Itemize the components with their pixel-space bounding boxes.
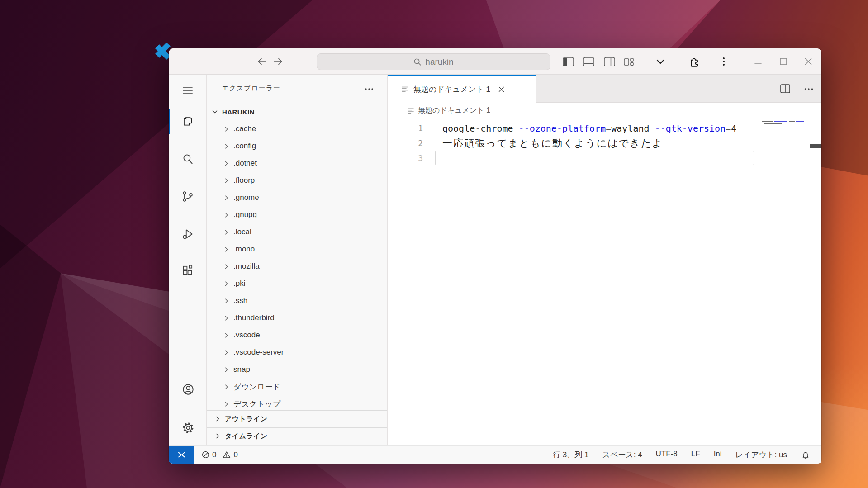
folder-label: .gnome bbox=[233, 193, 259, 202]
folder-item[interactable]: .floorp bbox=[207, 172, 387, 189]
folder-item[interactable]: snap bbox=[207, 361, 387, 378]
chevron-right-icon bbox=[223, 384, 229, 390]
editor-actions bbox=[779, 82, 815, 95]
editor-code-area[interactable]: 1google-chrome --ozone-platform=wayland … bbox=[388, 118, 821, 445]
command-center-search[interactable]: harukin bbox=[317, 53, 550, 70]
workspace-root-label: HARUKIN bbox=[222, 108, 255, 116]
folder-item[interactable]: .local bbox=[207, 223, 387, 241]
status-item[interactable]: スペース: 4 bbox=[602, 450, 642, 460]
chevron-right-icon bbox=[223, 264, 229, 270]
active-view-indicator bbox=[169, 109, 170, 134]
outline-section[interactable]: アウトライン bbox=[207, 410, 387, 427]
navigate-forward-icon[interactable] bbox=[272, 56, 284, 67]
close-button[interactable] bbox=[802, 55, 815, 68]
search-view-icon[interactable] bbox=[181, 153, 194, 166]
remote-indicator[interactable] bbox=[169, 446, 194, 464]
code-line[interactable]: 3 bbox=[388, 151, 759, 166]
toggle-primary-sidebar-icon[interactable] bbox=[562, 55, 574, 68]
chevron-right-icon bbox=[223, 246, 229, 252]
status-item[interactable]: LF bbox=[691, 450, 700, 460]
line-number: 2 bbox=[388, 138, 423, 148]
activity-bar bbox=[169, 75, 207, 445]
folder-item[interactable]: .dotnet bbox=[207, 155, 387, 172]
extensions-view-icon[interactable] bbox=[181, 264, 194, 277]
sidebar-title: エクスプローラー bbox=[222, 84, 280, 93]
errors-count: 0 bbox=[212, 450, 216, 460]
customize-layout-icon[interactable] bbox=[622, 55, 635, 68]
minimap-line bbox=[764, 123, 782, 124]
editor-group: 無題のドキュメント 1 bbox=[388, 75, 821, 445]
folder-item[interactable]: .mono bbox=[207, 241, 387, 258]
outline-section-label: アウトライン bbox=[225, 415, 268, 423]
tab-close-icon[interactable] bbox=[497, 84, 507, 94]
maximize-button[interactable] bbox=[777, 55, 790, 68]
run-and-debug-icon[interactable] bbox=[181, 228, 194, 241]
status-item[interactable]: Ini bbox=[714, 450, 722, 460]
folder-label: .mono bbox=[233, 245, 255, 254]
breadcrumbs[interactable]: 無題のドキュメント 1 bbox=[388, 103, 821, 118]
more-actions-ellipsis-icon[interactable] bbox=[802, 82, 815, 95]
status-bar: 0 0 行 3、列 1スペース: 4UTF-8LFIniレイアウト: us bbox=[169, 445, 821, 464]
accounts-icon[interactable] bbox=[181, 383, 194, 395]
folder-item[interactable]: .vscode bbox=[207, 327, 387, 344]
breadcrumb-item[interactable]: 無題のドキュメント 1 bbox=[418, 106, 490, 115]
chevron-right-icon bbox=[223, 178, 229, 184]
tab-label: 無題のドキュメント 1 bbox=[413, 84, 490, 95]
folder-label: .vscode-server bbox=[233, 348, 284, 357]
chevron-right-icon bbox=[223, 195, 229, 201]
explorer-icon[interactable] bbox=[181, 115, 194, 128]
folder-label: .thunderbird bbox=[233, 313, 275, 322]
chevron-right-icon bbox=[223, 229, 229, 235]
folder-item[interactable]: .gnupg bbox=[207, 206, 387, 223]
folder-label: .floorp bbox=[233, 176, 255, 185]
search-text: harukin bbox=[425, 57, 453, 67]
notifications-bell-icon[interactable] bbox=[801, 450, 811, 460]
extensions-puzzle-icon[interactable] bbox=[688, 55, 701, 68]
status-item[interactable]: レイアウト: us bbox=[735, 450, 787, 460]
menu-hamburger-icon[interactable] bbox=[181, 84, 194, 97]
folder-item[interactable]: .cache bbox=[207, 120, 387, 137]
folder-item[interactable]: .mozilla bbox=[207, 258, 387, 275]
workspace-root-item[interactable]: HARUKIN bbox=[207, 103, 387, 120]
sidebar-more-actions-icon[interactable] bbox=[363, 82, 376, 95]
folder-label: .gnupg bbox=[233, 210, 257, 219]
folder-item[interactable]: .thunderbird bbox=[207, 309, 387, 327]
folder-item[interactable]: デスクトップ bbox=[207, 395, 387, 410]
line-number: 3 bbox=[388, 153, 423, 163]
status-item[interactable]: 行 3、列 1 bbox=[553, 450, 588, 460]
split-editor-icon[interactable] bbox=[779, 82, 792, 95]
overview-ruler-cursor-marker bbox=[810, 144, 821, 148]
folder-item[interactable]: .config bbox=[207, 137, 387, 155]
folder-label: .local bbox=[233, 227, 251, 237]
folder-label: snap bbox=[233, 365, 250, 374]
folder-item[interactable]: .pki bbox=[207, 275, 387, 292]
code-line[interactable]: 2一応頑張ってまともに動くようにはできたよ bbox=[388, 136, 759, 151]
timeline-section[interactable]: タイムライン bbox=[207, 427, 387, 444]
minimap[interactable] bbox=[759, 118, 813, 445]
folder-label: .ssh bbox=[233, 296, 247, 305]
timeline-section-label: タイムライン bbox=[225, 432, 268, 441]
more-actions-kebab-icon[interactable] bbox=[717, 55, 730, 68]
errors-icon bbox=[202, 451, 209, 459]
folder-item[interactable]: .vscode-server bbox=[207, 344, 387, 361]
tab-untitled-document[interactable]: 無題のドキュメント 1 bbox=[388, 75, 536, 103]
toggle-secondary-sidebar-icon[interactable] bbox=[603, 55, 616, 68]
folder-tree: .cache.config.dotnet.floorp.gnome.gnupg.… bbox=[207, 120, 387, 410]
settings-gear-icon[interactable] bbox=[181, 421, 194, 434]
folder-item[interactable]: .gnome bbox=[207, 189, 387, 206]
folder-item[interactable]: .ssh bbox=[207, 292, 387, 309]
line-content: google-chrome --ozone-platform=wayland -… bbox=[442, 123, 736, 134]
toggle-panel-icon[interactable] bbox=[582, 55, 595, 68]
chevron-right-icon bbox=[214, 416, 221, 422]
navigate-back-icon[interactable] bbox=[256, 56, 268, 67]
code-line[interactable]: 1google-chrome --ozone-platform=wayland … bbox=[388, 121, 759, 136]
folder-item[interactable]: ダウンロード bbox=[207, 378, 387, 395]
chevron-right-icon bbox=[214, 433, 221, 439]
chevron-right-icon bbox=[223, 161, 229, 166]
chevron-down-icon[interactable] bbox=[654, 55, 667, 68]
problems-status[interactable]: 0 0 bbox=[202, 450, 242, 460]
minimize-button[interactable] bbox=[752, 55, 764, 68]
title-bar: harukin bbox=[169, 48, 821, 75]
source-control-icon[interactable] bbox=[181, 190, 194, 203]
status-item[interactable]: UTF-8 bbox=[656, 450, 678, 460]
